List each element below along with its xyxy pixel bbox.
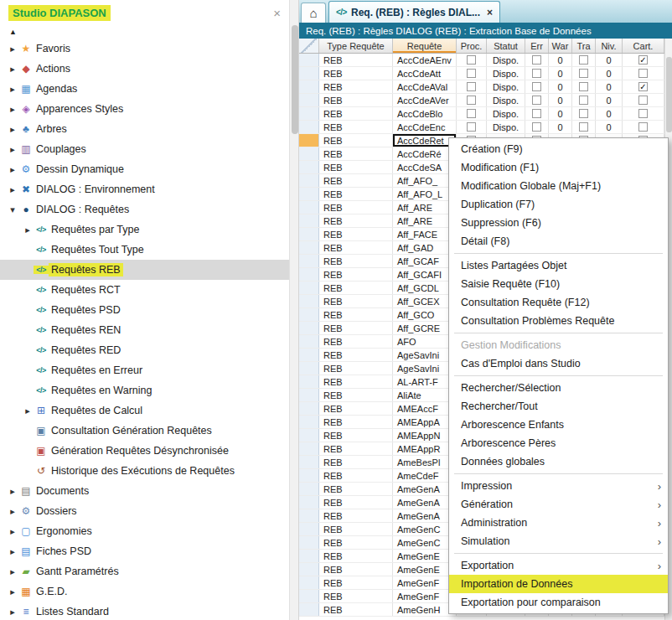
tra-checkbox[interactable] [579, 82, 588, 91]
tab-home[interactable]: ⌂ [301, 3, 326, 23]
column-header-type[interactable]: Type Requête [319, 39, 393, 53]
row-selector[interactable] [299, 121, 319, 133]
tab-close-icon[interactable]: × [487, 7, 493, 18]
menu-item[interactable]: Rechercher/Tout [449, 397, 668, 416]
column-header-statut[interactable]: Statut [487, 39, 525, 53]
tree-item[interactable]: ▸ ◆ Actions [0, 59, 289, 79]
row-selector[interactable] [299, 442, 319, 455]
row-selector[interactable] [299, 389, 319, 401]
tree-item[interactable]: ▸ ▤ Fiches PSD [0, 541, 289, 561]
menu-item[interactable]: Consultation Problèmes Requête [449, 312, 668, 330]
tree-item[interactable]: ▣ Consultation Génération Requêtes [0, 421, 289, 441]
expand-arrow-icon[interactable]: ▸ [7, 566, 18, 577]
row-selector[interactable] [299, 295, 319, 307]
row-selector[interactable] [299, 509, 319, 522]
tree-item[interactable]: ↺ Historique des Exécutions de Requêtes [0, 461, 289, 481]
menu-item[interactable]: Données globales [449, 452, 668, 471]
row-selector[interactable] [299, 496, 319, 509]
tree-item[interactable]: </> Requêtes RED [0, 340, 289, 360]
proc-checkbox[interactable] [467, 122, 476, 132]
tree-item[interactable]: ▸ ✖ DIALOG : Environnement [0, 179, 289, 199]
row-selector[interactable] [299, 603, 319, 616]
row-selector[interactable] [299, 349, 319, 361]
proc-checkbox[interactable] [467, 82, 476, 91]
row-selector[interactable] [299, 429, 319, 442]
row-selector[interactable] [299, 375, 319, 388]
column-header-cart[interactable]: Cart. [623, 39, 664, 53]
row-selector[interactable] [299, 590, 319, 602]
row-selector[interactable] [299, 147, 319, 160]
tree-item[interactable]: </> Requêtes RCT [0, 280, 289, 300]
sidebar-scrollbar-thumb[interactable] [292, 25, 298, 134]
err-checkbox[interactable] [532, 96, 541, 105]
expand-arrow-icon[interactable]: ▸ [22, 406, 34, 416]
menu-item[interactable]: Cas d'Emploi dans Studio [449, 354, 668, 373]
err-checkbox[interactable] [532, 69, 541, 78]
sidebar-scrollbar[interactable] [289, 0, 299, 620]
menu-item[interactable]: Simulation › [449, 532, 668, 550]
tree-item[interactable]: </> Requêtes en Erreur [0, 360, 289, 380]
cart-checkbox[interactable] [638, 109, 648, 118]
menu-item[interactable]: Modification (F1) [449, 158, 668, 177]
tree-item[interactable]: ▸ ⚙ Dessin Dynamique [0, 159, 289, 179]
row-selector[interactable] [299, 563, 319, 576]
tree-item[interactable]: ▸ ♣ Arbres [0, 119, 289, 139]
menu-item[interactable]: Création (F9) [449, 140, 668, 158]
tra-checkbox[interactable] [579, 69, 588, 78]
menu-item[interactable]: Modification Globale (Maj+F1) [449, 177, 668, 195]
column-header-proc[interactable]: Proc. [457, 39, 487, 53]
expand-arrow-icon[interactable]: ▸ [7, 184, 18, 195]
row-selector[interactable] [299, 188, 319, 200]
expand-arrow-icon[interactable]: ▸ [7, 546, 18, 557]
tree-item[interactable]: </> Requêtes en Warning [0, 380, 289, 400]
column-header-niv[interactable]: Niv. [596, 39, 623, 53]
grid-corner[interactable] [299, 39, 319, 53]
tree-item[interactable]: ▾ ● DIALOG : Requêtes [0, 199, 289, 220]
tree-item[interactable]: ▸ ▢ Ergonomies [0, 521, 289, 541]
tree-item[interactable]: ▸ ≡ Listes Standard [0, 602, 289, 620]
row-selector[interactable] [299, 456, 319, 468]
tree-item[interactable]: ▸ ▦ G.E.D. [0, 581, 289, 602]
tree-item[interactable]: </> Requêtes REN [0, 320, 289, 340]
expand-arrow-icon[interactable]: ▸ [7, 526, 18, 537]
tree-item[interactable]: ▸ ▤ Documents [0, 481, 289, 501]
proc-checkbox[interactable] [467, 109, 476, 118]
cart-checkbox[interactable] [638, 122, 648, 132]
cart-checkbox[interactable]: ✓ [638, 82, 648, 91]
menu-item[interactable]: Administration › [449, 514, 668, 532]
row-selector[interactable] [299, 469, 319, 482]
tra-checkbox[interactable] [579, 109, 588, 118]
row-selector[interactable] [299, 214, 319, 227]
tree-item[interactable]: </> Requêtes REB [0, 260, 289, 280]
tree-item[interactable]: </> Requêtes PSD [0, 300, 289, 320]
expand-arrow-icon[interactable]: ▸ [7, 607, 18, 617]
tree-item[interactable]: ▸ ▦ Agendas [0, 79, 289, 99]
menu-item[interactable]: Rechercher/Sélection [449, 379, 668, 397]
menu-item[interactable]: Exportation pour comparaison [449, 593, 668, 612]
row-selector[interactable] [299, 550, 319, 562]
row-selector[interactable] [299, 576, 319, 589]
tra-checkbox[interactable] [579, 96, 588, 105]
err-checkbox[interactable] [532, 109, 541, 118]
expand-arrow-icon[interactable]: ▸ [7, 164, 18, 175]
table-row[interactable]: REB AccCdeEnc Dispo. 0 0 [299, 121, 664, 134]
menu-item[interactable]: Duplication (F7) [449, 195, 668, 214]
menu-item[interactable]: Arborescence Pères [449, 434, 668, 452]
menu-item[interactable]: Consultation Requête (F12) [449, 293, 668, 312]
tree-item[interactable]: ▸ ⊞ Requêtes de Calcul [0, 400, 289, 421]
expand-arrow-icon[interactable]: ▸ [7, 64, 18, 75]
proc-checkbox[interactable] [467, 55, 476, 65]
row-selector[interactable] [299, 107, 319, 120]
column-header-req[interactable]: Requête [393, 39, 457, 53]
tree-item[interactable]: </> Requêtes Tout Type [0, 240, 289, 260]
expand-arrow-icon[interactable]: ▸ [7, 84, 18, 95]
expand-arrow-icon[interactable]: ▸ [22, 225, 34, 235]
cart-checkbox[interactable] [638, 69, 648, 78]
row-selector[interactable] [299, 335, 319, 348]
tab-active-req-reb[interactable]: </> Req. (REB) : Règles DIAL... × [328, 1, 500, 23]
proc-checkbox[interactable] [467, 69, 476, 78]
row-selector[interactable] [299, 161, 319, 173]
tree-item[interactable]: ▣ Génération Requêtes Désynchronisée [0, 441, 289, 461]
row-selector[interactable] [299, 322, 319, 334]
proc-checkbox[interactable] [467, 96, 476, 105]
